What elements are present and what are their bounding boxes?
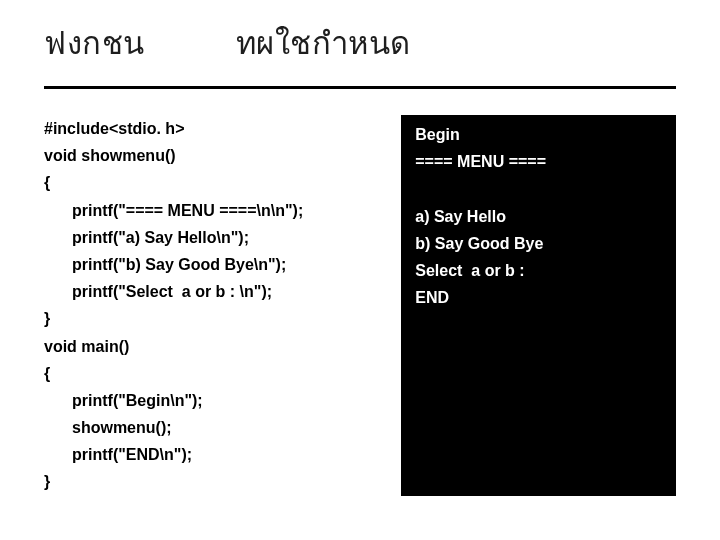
output-line: Select a or b : <box>415 257 662 284</box>
code-line: printf("Begin\n"); <box>44 387 385 414</box>
code-line: { <box>44 360 385 387</box>
output-line: ==== MENU ==== <box>415 148 662 175</box>
code-line: } <box>44 305 385 332</box>
slide-title: ฟงกชน ทผใชกำหนด <box>44 18 676 68</box>
slide: ฟงกชน ทผใชกำหนด #include<stdio. h> void … <box>0 0 720 540</box>
code-line: printf("b) Say Good Bye\n"); <box>44 251 385 278</box>
code-line: { <box>44 169 385 196</box>
code-line: printf("END\n"); <box>44 441 385 468</box>
code-line: #include<stdio. h> <box>44 115 385 142</box>
output-line: a) Say Hello <box>415 203 662 230</box>
output-line: END <box>415 284 662 311</box>
output-blank-line <box>415 175 662 202</box>
title-divider <box>44 86 676 89</box>
code-line: printf("==== MENU ====\n\n"); <box>44 197 385 224</box>
output-panel: Begin ==== MENU ==== a) Say Hello b) Say… <box>401 115 676 496</box>
output-line: b) Say Good Bye <box>415 230 662 257</box>
code-line: void main() <box>44 333 385 360</box>
code-line: void showmenu() <box>44 142 385 169</box>
code-column: #include<stdio. h> void showmenu() { pri… <box>44 115 385 496</box>
code-line: } <box>44 468 385 495</box>
code-line: printf("Select a or b : \n"); <box>44 278 385 305</box>
title-block: ฟงกชน ทผใชกำหนด <box>44 18 676 78</box>
code-line: printf("a) Say Hello\n"); <box>44 224 385 251</box>
output-line: Begin <box>415 121 662 148</box>
code-line: showmenu(); <box>44 414 385 441</box>
content-row: #include<stdio. h> void showmenu() { pri… <box>44 115 676 496</box>
